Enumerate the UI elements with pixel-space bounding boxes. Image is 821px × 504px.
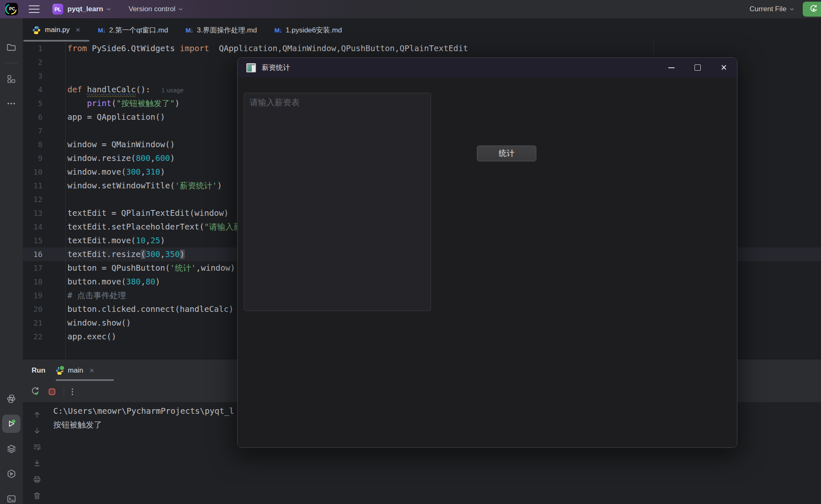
line-number: 13 bbox=[23, 209, 42, 217]
close-icon[interactable]: ✕ bbox=[76, 27, 81, 33]
editor-tabs: main.py✕M↓2.第一个qt窗口.mdM↓3.界面操作处理.mdM↓1.p… bbox=[23, 18, 821, 42]
qt-window-title: 薪资统计 bbox=[262, 63, 290, 72]
main-titlebar: PC PL pyqt_learn Version control Current… bbox=[0, 0, 821, 18]
run-tab-label: main bbox=[68, 366, 83, 375]
textedit-placeholder: 请输入薪资表 bbox=[250, 97, 425, 108]
stripe-divider bbox=[5, 63, 18, 63]
svg-text:PC: PC bbox=[9, 7, 15, 11]
markdown-icon: M↓ bbox=[186, 27, 193, 34]
minimize-button[interactable] bbox=[658, 58, 685, 77]
line-number: 22 bbox=[23, 332, 42, 341]
line-number: 14 bbox=[23, 222, 42, 231]
markdown-icon: M↓ bbox=[275, 27, 282, 34]
code-line: 1from PySide6.QtWidgets import QApplicat… bbox=[23, 42, 821, 55]
close-icon[interactable]: ✕ bbox=[89, 367, 94, 374]
more-vertical-icon[interactable] bbox=[67, 386, 77, 397]
project-name[interactable]: pyqt_learn bbox=[67, 5, 103, 13]
console-line: 按钮被触发了 bbox=[53, 418, 234, 432]
run-play-icon[interactable] bbox=[2, 415, 20, 433]
project-badge[interactable]: PL bbox=[52, 4, 63, 15]
line-number: 8 bbox=[23, 140, 42, 149]
python-run-icon bbox=[55, 366, 64, 375]
soft-wrap-icon[interactable] bbox=[32, 442, 42, 452]
running-indicator-dot bbox=[59, 365, 65, 371]
line-number: 4 bbox=[23, 85, 42, 94]
arrow-down-icon[interactable] bbox=[32, 426, 42, 435]
scroll-to-end-icon[interactable] bbox=[32, 459, 42, 468]
qt-window-body: 请输入薪资表 统计 bbox=[238, 77, 737, 448]
run-panel-title: Run bbox=[32, 359, 45, 381]
line-number: 11 bbox=[23, 181, 42, 190]
stop-icon[interactable] bbox=[47, 386, 57, 397]
run-configuration-selector[interactable]: Current File bbox=[749, 5, 786, 13]
line-number: 16 bbox=[23, 250, 42, 259]
hamburger-menu-icon[interactable] bbox=[29, 5, 40, 13]
run-button[interactable] bbox=[803, 2, 821, 17]
printer-icon[interactable] bbox=[32, 475, 42, 484]
line-number: 3 bbox=[23, 72, 42, 80]
rerun-icon[interactable] bbox=[30, 386, 40, 397]
pycharm-window: PC PL pyqt_learn Version control Current… bbox=[0, 0, 821, 504]
console-toolbar bbox=[23, 402, 51, 504]
terminal-icon[interactable] bbox=[2, 489, 20, 504]
line-number: 6 bbox=[23, 113, 42, 121]
line-number: 5 bbox=[23, 99, 42, 108]
python-icon bbox=[32, 25, 41, 35]
line-number: 2 bbox=[23, 58, 42, 67]
editor-tab[interactable]: M↓2.第一个qt窗口.md bbox=[89, 18, 177, 42]
qt-titlebar[interactable]: 薪资统计 ✕ bbox=[238, 58, 737, 77]
chevron-down-icon[interactable] bbox=[177, 6, 184, 12]
more-horizontal-icon[interactable] bbox=[2, 94, 20, 113]
line-number: 9 bbox=[23, 154, 42, 163]
qt-window-icon bbox=[246, 63, 256, 72]
line-number: 19 bbox=[23, 291, 42, 300]
tab-label: 2.第一个qt窗口.md bbox=[109, 25, 168, 35]
line-number: 15 bbox=[23, 236, 42, 245]
tab-label: 1.pyside6安装.md bbox=[286, 25, 342, 35]
pycharm-logo-icon: PC bbox=[5, 3, 18, 15]
chevron-down-icon[interactable] bbox=[789, 6, 795, 12]
line-number: 7 bbox=[23, 126, 42, 135]
run-tab-main[interactable]: main ✕ bbox=[55, 359, 94, 381]
qt-stat-button[interactable]: 统计 bbox=[477, 146, 536, 161]
qt-app-window[interactable]: 薪资统计 ✕ 请输入薪资表 统计 bbox=[237, 57, 737, 448]
arrow-up-icon[interactable] bbox=[32, 410, 42, 419]
line-number: 18 bbox=[23, 277, 42, 286]
gutter-separator bbox=[65, 42, 66, 359]
editor-tab[interactable]: M↓3.界面操作处理.md bbox=[177, 18, 266, 42]
layers-icon[interactable] bbox=[2, 440, 20, 458]
chevron-down-icon[interactable] bbox=[105, 6, 112, 12]
grid-icon[interactable] bbox=[2, 70, 20, 88]
maximize-button[interactable] bbox=[685, 58, 711, 77]
console-output: C:\Users\meowr\PycharmProjects\pyqt_l按钮被… bbox=[53, 404, 234, 432]
python-outline-icon[interactable] bbox=[2, 390, 20, 408]
line-number: 1 bbox=[23, 44, 42, 53]
hexagon-play-icon[interactable] bbox=[2, 464, 20, 483]
line-number: 17 bbox=[23, 264, 42, 272]
line-number: 12 bbox=[23, 195, 42, 204]
console-line: C:\Users\meowr\PycharmProjects\pyqt_l bbox=[53, 404, 234, 418]
line-number: 20 bbox=[23, 305, 42, 314]
close-button[interactable]: ✕ bbox=[711, 58, 737, 77]
toolbar-separator bbox=[64, 386, 64, 397]
tool-window-stripe bbox=[0, 18, 23, 504]
line-number: 10 bbox=[23, 168, 42, 176]
version-control-menu[interactable]: Version control bbox=[129, 5, 175, 13]
line-number: 21 bbox=[23, 319, 42, 327]
editor-tab[interactable]: main.py✕ bbox=[23, 18, 89, 42]
qt-plaintextedit[interactable]: 请输入薪资表 bbox=[244, 93, 431, 311]
markdown-icon: M↓ bbox=[98, 27, 105, 34]
editor-tab[interactable]: M↓1.pyside6安装.md bbox=[266, 18, 351, 42]
tab-label: main.py bbox=[45, 26, 70, 34]
tab-label: 3.界面操作处理.md bbox=[197, 25, 257, 35]
folder-icon[interactable] bbox=[2, 38, 20, 57]
trash-icon[interactable] bbox=[32, 491, 42, 500]
